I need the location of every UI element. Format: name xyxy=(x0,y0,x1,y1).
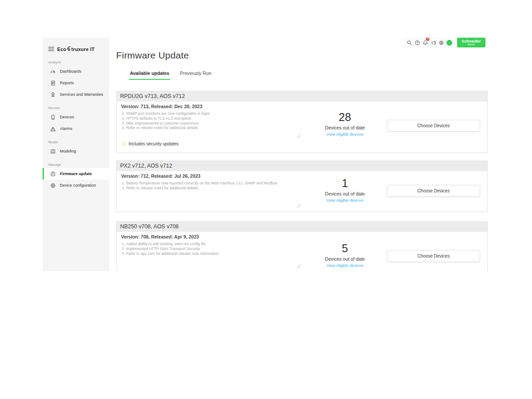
sidebar-item-modeling[interactable]: Modeling xyxy=(43,145,109,157)
certificate-icon xyxy=(50,92,56,98)
sidebar-item-label: Services and Warranties xyxy=(60,92,103,97)
devices-out-of-date-count: 28 xyxy=(339,111,351,123)
card-title: NB250 v708, AOS v708 xyxy=(117,222,487,232)
security-indicator-icon xyxy=(122,142,126,146)
sidebar-item-firmware-update[interactable]: Firmware update xyxy=(43,168,109,180)
view-eligible-devices-link[interactable]: View eligible devices xyxy=(327,198,364,203)
release-note: 2. Refer to release notes for additional… xyxy=(122,186,299,191)
devices-out-of-date-label: Devices out of date xyxy=(325,125,365,130)
choose-devices-button[interactable]: Choose Devices xyxy=(387,250,480,262)
tab-available-updates[interactable]: Available updates xyxy=(129,70,170,80)
sidebar-item-label: Reports xyxy=(60,81,74,85)
release-note: 2. Implemented HTTP Strict Transport Sec… xyxy=(122,246,299,251)
sidebar-item-label: Modeling xyxy=(60,149,76,153)
firmware-card-px2: PX2 v712, AOS v712 Version: 712, Release… xyxy=(116,160,488,212)
choose-devices-button[interactable]: Choose Devices xyxy=(387,120,480,132)
release-notes-box[interactable]: 1. Added ability to edit existing users … xyxy=(122,242,299,256)
release-notes-box[interactable]: 1. Battery Temperature now reported corr… xyxy=(122,181,299,191)
logo-prefix: Eco xyxy=(57,47,66,52)
resize-grip-icon[interactable] xyxy=(297,203,301,207)
devices-out-of-date-count: 1 xyxy=(342,177,348,189)
security-updates-row: Includes security updates xyxy=(122,141,179,146)
version-line: Version: 712, Released: Jul 26, 2023 xyxy=(121,173,200,179)
sidebar-section-manage: Manage xyxy=(48,163,109,167)
sidebar-item-label: Firmware update xyxy=(60,172,92,176)
device-icon xyxy=(50,114,56,120)
view-eligible-devices-link[interactable]: View eligible devices xyxy=(327,263,364,268)
sidebar-item-alarms[interactable]: Alarms xyxy=(43,123,109,134)
sidebar-item-services-warranties[interactable]: Services and Warranties xyxy=(43,89,109,100)
page-title: Firmware Update xyxy=(116,50,189,61)
view-eligible-devices-link[interactable]: View eligible devices xyxy=(327,132,364,137)
alarm-triangle-icon xyxy=(50,126,56,132)
version-line: Version: 713, Released: Dec 20, 2023 xyxy=(121,104,202,109)
sidebar-section-monitor: Monitor xyxy=(48,106,109,110)
gauge-icon xyxy=(50,69,56,74)
sidebar-item-dashboards[interactable]: Dashboards xyxy=(43,66,109,77)
release-note: 1. Added ability to edit existing users … xyxy=(122,242,299,246)
card-title: PX2 v712, AOS v712 xyxy=(117,161,487,171)
sidebar: Eco truxure IT Analyze Dashboards Report… xyxy=(43,38,109,271)
sidebar-item-label: Devices xyxy=(60,115,74,119)
tab-previously-run[interactable]: Previously Run xyxy=(179,70,212,80)
sidebar-item-reports[interactable]: Reports xyxy=(43,77,109,89)
security-updates-label: Includes security updates xyxy=(129,141,179,146)
report-icon xyxy=(50,80,56,86)
release-note: 3. Refer to apc.com for additional relea… xyxy=(122,251,299,256)
firmware-card-rpdu2g: RPDU2G v713, AOS v712 Version: 713, Rele… xyxy=(116,91,488,153)
devices-out-of-date-label: Devices out of date xyxy=(325,191,365,196)
ecostruxure-loop-icon xyxy=(67,46,71,52)
release-note: 3. Misc improvements to customer experie… xyxy=(122,121,299,126)
sidebar-item-device-configuration[interactable]: Device configuration xyxy=(43,180,109,191)
sidebar-item-label: Device configuration xyxy=(60,183,96,188)
device-count-column: 28 Devices out of date View eligible dev… xyxy=(307,111,383,137)
sidebar-item-label: Dashboards xyxy=(60,69,82,74)
release-note: 4. Refer to release notes for additional… xyxy=(122,125,299,130)
hamburger-menu-icon[interactable] xyxy=(48,47,54,51)
choose-devices-button[interactable]: Choose Devices xyxy=(387,185,480,197)
firmware-update-icon xyxy=(50,171,56,177)
main-content: Firmware Update Available updates Previo… xyxy=(109,38,489,271)
ecostruxure-logo: Eco truxure IT xyxy=(57,46,95,52)
resize-grip-icon[interactable] xyxy=(297,134,301,138)
logo-suffix: truxure IT xyxy=(71,47,95,52)
sidebar-header: Eco truxure IT xyxy=(43,38,109,55)
release-notes-box[interactable]: 1. SNMP port numbers are now configurabl… xyxy=(122,111,299,130)
modeling-icon xyxy=(50,149,56,154)
card-title: RPDU2G v713, AOS v712 xyxy=(117,91,487,102)
resize-grip-icon[interactable] xyxy=(297,264,301,268)
release-note: 1. Battery Temperature now reported corr… xyxy=(122,181,299,186)
version-line: Version: 708, Released: Apr 9, 2023 xyxy=(121,234,199,239)
release-note: 1. SNMP port numbers are now configurabl… xyxy=(122,111,299,116)
tab-bar: Available updates Previously Run xyxy=(129,70,212,80)
sidebar-item-label: Alarms xyxy=(60,126,72,131)
device-config-gear-icon xyxy=(50,183,56,188)
sidebar-section-analyze: Analyze xyxy=(48,60,109,64)
firmware-card-nb250: NB250 v708, AOS v708 Version: 708, Relea… xyxy=(116,221,488,271)
devices-out-of-date-label: Devices out of date xyxy=(325,256,365,262)
sidebar-item-devices[interactable]: Devices xyxy=(43,111,109,123)
sidebar-section-model: Model xyxy=(48,140,109,144)
device-count-column: 1 Devices out of date View eligible devi… xyxy=(307,177,383,203)
release-note: 2. HTTPS defaults to TLS v1.2 encryption xyxy=(122,116,299,121)
ecostruxure-app-window: Eco truxure IT Analyze Dashboards Report… xyxy=(43,38,489,271)
devices-out-of-date-count: 5 xyxy=(342,242,348,254)
device-count-column: 5 Devices out of date View eligible devi… xyxy=(307,242,383,268)
page-canvas: Eco truxure IT Analyze Dashboards Report… xyxy=(0,0,532,399)
